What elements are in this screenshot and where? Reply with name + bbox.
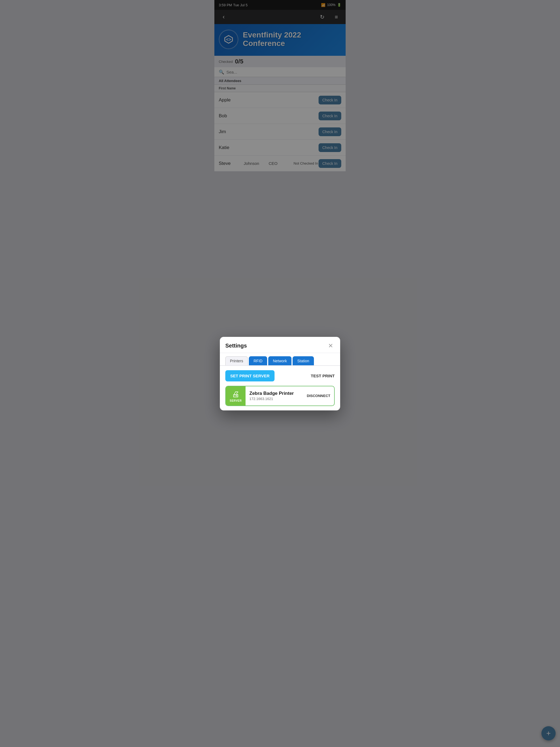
tab-printers[interactable]: Printers: [225, 356, 248, 365]
modal-overlay[interactable]: Settings ✕ Printers RFID Network Station…: [214, 0, 346, 747]
set-print-server-button[interactable]: SET PRINT SERVER: [225, 370, 275, 381]
printer-card: 🖨 SERVER Zebra Badge Printer 172.1663.16…: [225, 386, 335, 406]
tab-rfid[interactable]: RFID: [249, 356, 267, 365]
printer-icon-wrap: 🖨 SERVER: [226, 386, 246, 406]
modal-body: SET PRINT SERVER TEST PRINT 🖨 SERVER Zeb…: [220, 366, 340, 410]
printer-ip: 172.1663.1621: [249, 397, 299, 401]
printer-info: Zebra Badge Printer 172.1663.1621: [246, 387, 303, 404]
tab-network[interactable]: Network: [268, 356, 291, 365]
modal-tabs: Printers RFID Network Station: [220, 353, 340, 366]
printer-badge: SERVER: [230, 399, 242, 402]
tab-station[interactable]: Station: [292, 356, 314, 365]
modal-close-button[interactable]: ✕: [327, 342, 335, 350]
settings-modal: Settings ✕ Printers RFID Network Station…: [220, 337, 340, 410]
printer-name: Zebra Badge Printer: [249, 391, 299, 396]
test-print-button[interactable]: TEST PRINT: [311, 374, 335, 378]
modal-actions: SET PRINT SERVER TEST PRINT: [225, 370, 335, 381]
printer-icon: 🖨: [232, 390, 239, 398]
modal-header: Settings ✕: [220, 337, 340, 353]
disconnect-button[interactable]: DISCONNECT: [303, 390, 334, 401]
modal-title: Settings: [225, 343, 247, 349]
